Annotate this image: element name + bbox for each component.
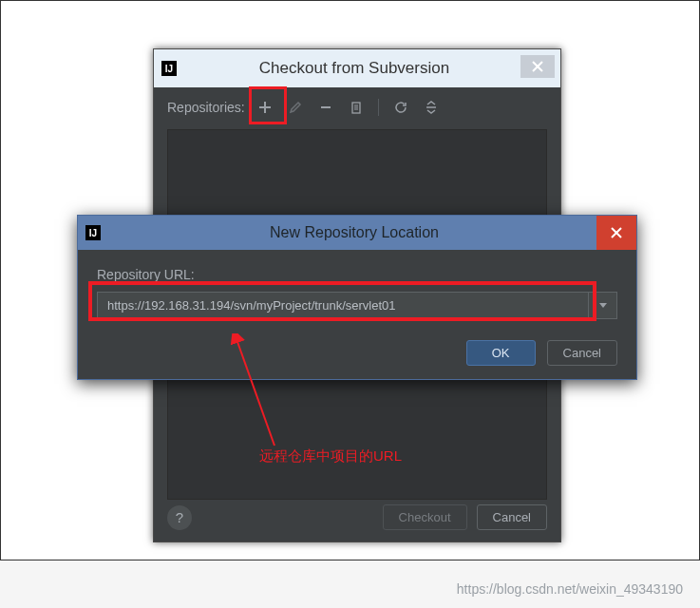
titlebar: IJ Checkout from Subversion <box>154 49 560 87</box>
help-button[interactable]: ? <box>167 505 192 530</box>
repositories-toolbar: Repositories: <box>154 87 560 124</box>
close-button[interactable] <box>520 55 555 78</box>
repositories-label: Repositories: <box>167 100 245 115</box>
close-icon <box>532 61 543 72</box>
sub-button-row: OK Cancel <box>97 340 617 366</box>
intellij-icon: IJ <box>161 61 177 76</box>
ok-button[interactable]: OK <box>466 340 536 366</box>
repository-url-input[interactable] <box>98 293 588 318</box>
pencil-icon <box>289 101 302 114</box>
watermark: https://blog.csdn.net/weixin_49343190 <box>457 581 683 597</box>
remove-button[interactable] <box>315 97 336 118</box>
new-repository-dialog: IJ New Repository Location Repository UR… <box>77 215 637 380</box>
sub-dialog-title: New Repository Location <box>108 224 600 241</box>
refresh-button[interactable] <box>390 97 411 118</box>
intellij-icon: IJ <box>85 225 101 240</box>
cancel-button[interactable]: Cancel <box>477 504 547 530</box>
sub-cancel-button[interactable]: Cancel <box>547 340 617 366</box>
toolbar-icons <box>255 97 442 118</box>
dialog-title: Checkout from Subversion <box>184 59 524 78</box>
expand-button[interactable] <box>421 97 442 118</box>
screenshot-frame: IJ Checkout from Subversion Repositories… <box>0 0 700 560</box>
sub-body: Repository URL: OK Cancel <box>78 250 636 379</box>
clipboard-button[interactable] <box>346 97 367 118</box>
question-icon: ? <box>176 509 183 525</box>
add-button[interactable] <box>255 97 275 118</box>
checkout-button[interactable]: Checkout <box>383 504 467 530</box>
plus-icon <box>258 101 272 114</box>
expand-icon <box>425 101 438 114</box>
annotation-text: 远程仓库中项目的URL <box>259 447 402 466</box>
clipboard-icon <box>350 101 363 114</box>
edit-button[interactable] <box>285 97 306 118</box>
minus-icon <box>319 101 332 114</box>
sub-titlebar: IJ New Repository Location <box>78 216 636 250</box>
chevron-down-icon <box>599 303 607 309</box>
separator <box>378 99 379 116</box>
url-field-row <box>97 292 617 319</box>
bottom-bar: ? Checkout Cancel <box>154 504 560 530</box>
sub-close-button[interactable] <box>596 216 636 250</box>
url-dropdown-button[interactable] <box>588 293 616 318</box>
refresh-icon <box>394 101 407 114</box>
close-icon <box>611 227 622 238</box>
repository-url-label: Repository URL: <box>97 267 617 282</box>
